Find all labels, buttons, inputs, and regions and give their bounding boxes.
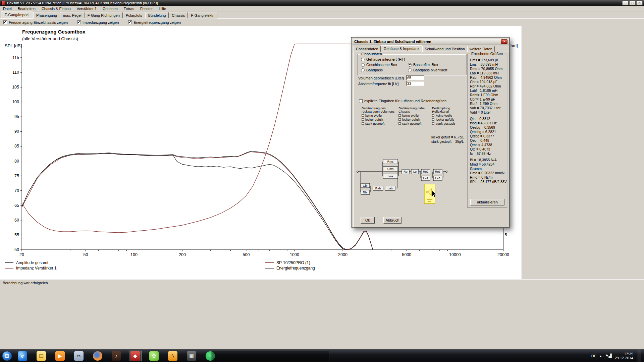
radio-bandpass-biventiliert[interactable]: Bandpass biventiliert — [408, 68, 447, 72]
computed-value: Bl = 18,3855 N/A — [470, 158, 507, 162]
damping-option-keine-wolle[interactable]: keine Wolle — [362, 114, 394, 117]
dialog-tab[interactable]: Gehäuse & Impedanz — [381, 45, 422, 52]
checkbox-box-icon — [432, 118, 434, 121]
taskbar-icon-audio-player[interactable]: ♪ — [110, 351, 123, 361]
tuning-frequency-input[interactable] — [406, 81, 424, 86]
svg-text:Le3: Le3 — [435, 177, 440, 180]
taskbar-icon-green-app[interactable]: ✿ — [148, 351, 160, 361]
display-options-toolbar: Frequenzgang Einzelchassis zeigen Impeda… — [0, 18, 644, 26]
toolbar-checkbox[interactable]: Frequenzgang Einzelchassis zeigen — [3, 20, 68, 24]
view-tab[interactable]: Bündelung — [145, 12, 169, 18]
dialog-tab[interactable]: Schallwand und Position — [422, 46, 467, 52]
menu-item[interactable]: Fenster — [137, 6, 156, 11]
taskbar-icon-media-player[interactable]: ▶ — [54, 351, 66, 361]
computed-value: fsbg = 46,087 Hz — [470, 121, 507, 125]
clock-date: 29.12.2014 — [615, 356, 633, 360]
taskbar-icon-internet-explorer[interactable]: e — [16, 351, 29, 361]
dialog-titlebar[interactable]: Chassis 1, Einbau und Schallwand editier… — [353, 39, 509, 45]
maximize-button[interactable]: □ — [629, 1, 636, 5]
view-tab[interactable]: Chassis — [169, 12, 188, 18]
close-button[interactable]: ✕ — [636, 1, 643, 5]
tuning-frequency-field-label: Abstimmfrequenz fb [Hz] — [358, 82, 398, 86]
menu-item[interactable]: Hilfe — [156, 6, 169, 11]
damping-option-stark-gestopft[interactable]: stark gestopft — [362, 122, 394, 125]
x-tick-label: 500 — [243, 252, 250, 257]
damping-option-keine-wolle[interactable]: keine Wolle — [398, 114, 428, 117]
taskbar-icon-glyph: ✿ — [149, 351, 159, 361]
menu-item[interactable]: Extras — [121, 6, 137, 11]
taskbar-icon-explorer[interactable]: ▤ — [35, 351, 48, 361]
computed-value: fc = 57,85 Hz — [470, 152, 507, 156]
option-label: stark gestopft — [436, 122, 455, 125]
view-tab[interactable]: Phasengang — [33, 12, 60, 18]
taskbar-icon-boxsim[interactable]: ◆ — [129, 351, 142, 361]
ok-button[interactable]: Ok — [361, 217, 375, 224]
view-tab[interactable]: F-Gang Richtungen — [85, 12, 123, 18]
y-tick-label: 50 — [14, 247, 19, 252]
legend-line-swatch — [265, 268, 274, 268]
dialog-close-button[interactable]: ✕ — [501, 39, 507, 44]
view-tab[interactable]: max. Pegel — [60, 12, 85, 18]
radio-bassreflex-box[interactable]: Bassreflex-Box — [408, 63, 438, 67]
view-tab[interactable]: F-Gang/Imped. — [1, 11, 33, 18]
taskbar-icon-snipping-tool[interactable]: ✂ — [72, 351, 85, 361]
taskbar-window-button[interactable] — [211, 351, 329, 361]
checkbox-label: Impedanzgang zeigen — [83, 20, 119, 24]
tray-icon[interactable]: ⚑ — [605, 354, 609, 358]
taskbar-icon-glyph: ♪ — [112, 351, 121, 361]
toolbar-checkbox[interactable]: Impedanzgang zeigen — [77, 20, 119, 24]
view-tab[interactable]: Polarplots — [123, 12, 145, 18]
tray-icon[interactable]: ▟ — [609, 354, 612, 358]
computed-value: Vabf = 0 Liter — [470, 110, 507, 115]
damping-option-locker-gefuellt[interactable]: locker gefüllt — [432, 118, 462, 121]
menu-item[interactable]: Chassis & Einbau — [39, 6, 74, 11]
damping-column: Bedämpfung nahe Chassis keine Wolle lock… — [398, 107, 428, 125]
dialog-tab[interactable]: Chassisdaten — [354, 46, 381, 52]
taskbar-icon-glyph: ϟ — [168, 351, 177, 361]
volume-input[interactable] — [406, 75, 424, 80]
minimize-button[interactable]: ─ — [622, 1, 629, 5]
equivalent-circuit-diagram: Rms Cms Lms Re Le Re2 Re3 Le2 Le3 Cbr Rb… — [356, 157, 453, 207]
damping-option-stark-gestopft[interactable]: stark gestopft — [432, 122, 462, 125]
svg-text:Le: Le — [413, 170, 417, 173]
abbruch-button[interactable]: Abbruch — [383, 217, 401, 224]
checkbox-box-icon — [362, 114, 364, 117]
damping-option-locker-gefuellt[interactable]: locker gefüllt — [362, 118, 394, 121]
aktualisieren-button[interactable]: aktualisieren — [470, 199, 504, 205]
taskbar-clock[interactable]: 17:39 29.12.2014 — [615, 352, 635, 360]
damping-option-locker-gefuellt[interactable]: locker gefüllt — [398, 118, 428, 121]
taskbar-icon-firefox[interactable] — [91, 351, 104, 361]
taskbar-icon-winamp[interactable]: ϟ — [166, 351, 179, 361]
legend-line-swatch — [5, 268, 13, 268]
taskbar-icon-gray-app[interactable]: ▣ — [185, 351, 198, 361]
toolbar-checkbox[interactable]: Energiefrequenzgang zeigen — [128, 20, 181, 24]
damping-column-title: rückwärtigen Volumens — [362, 110, 394, 113]
y-tick-label: 80 — [14, 159, 19, 164]
tray-exp-arrow-icon[interactable]: ▲ — [599, 355, 602, 358]
computed-value: Lms = 68,693 mH — [470, 62, 507, 67]
view-tabstrip: F-Gang/Imped.Phasengangmax. PegelF-Gang … — [0, 11, 644, 18]
damping-option-keine-wolle[interactable]: keine Wolle — [432, 114, 462, 117]
radio-gehaeuse-integriert[interactable]: Gehäuse integriert (HT) — [361, 57, 405, 61]
checkbox-box-icon — [432, 122, 434, 125]
svg-text:Rms: Rms — [387, 160, 394, 163]
damping-option-stark-gestopft[interactable]: stark gestopft — [398, 122, 428, 125]
start-button[interactable]: ⊞ — [2, 351, 12, 361]
menu-item[interactable]: Optionen — [100, 6, 121, 11]
radio-geschlossene-box[interactable]: Geschlossene Box — [361, 63, 397, 67]
legend-entry: Amplitude gesamt — [5, 260, 57, 265]
radio-bandpass[interactable]: Bandpass — [361, 68, 383, 72]
computed-value: Qtsbg = 0,3377 — [470, 134, 507, 138]
keyboard-language-indicator[interactable]: DE — [591, 354, 596, 358]
menu-item[interactable]: Verstärker 1 — [74, 6, 100, 11]
x-tick-label: 2000 — [338, 252, 347, 257]
view-tab[interactable]: F-Gang elektr. — [188, 12, 217, 18]
menu-item[interactable]: Bearbeiten — [15, 6, 39, 11]
menu-item[interactable]: Datei — [0, 6, 15, 11]
show-desktop-button[interactable] — [638, 350, 641, 362]
dialog-tab[interactable]: weitere Daten — [467, 46, 495, 52]
checkbox-box-icon — [362, 118, 364, 121]
svg-text:Cms: Cms — [387, 167, 394, 171]
explicit-inputs-checkbox[interactable]: explizite Eingaben für Luftlast und Reso… — [359, 99, 446, 103]
computed-value: Qesbg = 0,3569 — [470, 125, 507, 130]
